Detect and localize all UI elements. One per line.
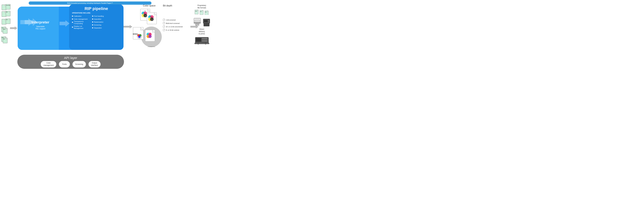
api-pill-output-interface: Outputinterface [88, 61, 100, 67]
output-section: Proprietaryfile formats JPEG TIFF PDF [190, 4, 214, 45]
press-icon [194, 36, 209, 45]
svg-point-120 [208, 20, 209, 21]
press-icon-container [190, 36, 214, 45]
svg-point-76 [144, 14, 147, 17]
bitdepth-item-3: 10- or 12-bit unscreened [163, 25, 194, 28]
svg-rect-113 [195, 20, 200, 22]
bitdepth-item-4: 8- or 16-bit contone [163, 29, 194, 31]
pdf-doc-front: PDF [6, 11, 11, 17]
color-space-title: Color space [132, 4, 166, 7]
svg-text:Separation: Separation [94, 27, 102, 29]
svg-marker-27 [10, 26, 17, 30]
colorspace-svg: (CMYKOV) MONO W [132, 8, 166, 47]
svg-rect-124 [202, 38, 208, 39]
svg-text:TIFF: TIFF [200, 11, 202, 12]
bit-depth-items: 1-bit screened Multi-level screened 10- … [163, 19, 194, 31]
rip-main-area: RIP pipeline Interpreter Selectable PDL … [18, 4, 124, 52]
svg-rect-31 [59, 6, 66, 50]
svg-text:Imposition: Imposition [94, 18, 101, 20]
api-pill-color-management: Colormanagement [41, 61, 56, 67]
svg-text:Rasterization: Rasterization [94, 21, 103, 23]
api-layer-pills: Colormanagement Fonts Screening Outputin… [41, 61, 100, 67]
bit-depth-section: Bit depth 1-bit screened Multi-level scr… [163, 4, 194, 31]
svg-text:PostScript: PostScript [6, 5, 10, 6]
direct-delivery-label: Directdeliveryto press [190, 28, 214, 35]
file-postscript: PostScript [1, 4, 11, 10]
doc-icon-4 [163, 29, 165, 31]
xps-doc-front: XPS [6, 18, 11, 25]
printer-icon-1 [193, 17, 201, 27]
input-to-interpreter-arrow [10, 26, 17, 30]
tiff-jpeg-docs: TIFF JPEG [1, 27, 8, 35]
svg-text:Font handling: Font handling [94, 15, 104, 17]
svg-point-55 [92, 21, 93, 23]
svg-text:PDF: PDF [205, 11, 206, 12]
svg-rect-125 [202, 40, 208, 42]
svg-text:XPS: XPS [6, 19, 8, 20]
bit-depth-title: Bit depth [163, 4, 194, 7]
printer-icons [190, 17, 214, 27]
svg-point-45 [72, 22, 73, 23]
svg-text:Screening: Screening [94, 24, 101, 26]
svg-point-57 [92, 24, 93, 25]
file-xps: XPS [1, 18, 11, 25]
banner-text: Multi-threaded processing, including Har… [67, 2, 113, 4]
api-layer-title: API layer [64, 56, 77, 60]
rip-background-svg: RIP pipeline Interpreter Selectable PDL … [18, 4, 124, 52]
svg-text:Transparency: Transparency [74, 20, 84, 22]
svg-point-41 [72, 15, 73, 17]
rip-to-colorspace-arrow [124, 25, 132, 29]
proprietary-label: Proprietaryfile formats [190, 4, 214, 9]
svg-point-51 [92, 15, 93, 17]
svg-text:Color management: Color management [74, 18, 88, 20]
file-format-icons: JPEG TIFF PDF [190, 10, 214, 15]
svg-text:PDF: PDF [6, 11, 8, 12]
svg-point-53 [92, 18, 93, 20]
tiff-output-icon: TIFF [200, 10, 204, 15]
svg-text:JPEG: JPEG [195, 11, 197, 11]
doc-icon-3 [163, 25, 165, 28]
input-files: PostScript PDF XPS [1, 4, 11, 45]
svg-point-48 [72, 26, 73, 28]
svg-text:PNG: PNG [3, 39, 5, 39]
svg-text:JPEG: JPEG [3, 29, 6, 30]
file-bmp-png: BMP PNG [1, 36, 11, 45]
file-tiff-jpeg: TIFF JPEG [1, 27, 11, 35]
file-pdf: PDF [1, 11, 11, 17]
doc-icon-2 [163, 22, 165, 24]
svg-point-43 [72, 18, 73, 20]
doc-icon-1 [163, 19, 165, 21]
svg-rect-119 [204, 23, 209, 26]
svg-text:(CMYKOV): (CMYKOV) [148, 46, 155, 47]
bmp-png-docs: BMP PNG [1, 36, 8, 45]
svg-text:RIP pipeline: RIP pipeline [84, 6, 108, 11]
svg-text:C M: C M [149, 15, 151, 16]
svg-marker-61 [124, 25, 132, 28]
svg-text:Y K: Y K [149, 20, 151, 21]
svg-text:Management: Management [74, 27, 83, 29]
svg-rect-114 [196, 23, 199, 25]
svg-text:Interpreter: Interpreter [32, 20, 49, 24]
svg-text:W: W [144, 10, 146, 12]
top-banner: Multi-threaded processing, including Har… [29, 1, 152, 5]
color-space-docs: (CMYKOV) MONO W [132, 8, 166, 46]
arrow-svg-2 [124, 25, 132, 29]
svg-rect-128 [194, 43, 209, 44]
svg-text:MONO: MONO [133, 33, 138, 35]
svg-rect-115 [194, 22, 200, 23]
svg-point-121 [208, 22, 209, 23]
svg-text:PDL support: PDL support [36, 28, 46, 30]
arrow-svg [10, 26, 17, 30]
svg-text:Display List: Display List [74, 25, 82, 27]
jpeg-output-icon: JPEG [195, 10, 199, 15]
svg-text:C M: C M [148, 33, 150, 34]
printer-icon-2 [202, 17, 210, 27]
api-pill-fonts: Fonts [59, 61, 70, 67]
bitdepth-item-2: Multi-level screened [163, 22, 194, 24]
svg-text:Calibration: Calibration [74, 15, 82, 17]
svg-text:Selectable: Selectable [36, 25, 44, 28]
svg-text:Compositing: Compositing [74, 23, 83, 24]
svg-text:OPERATIONS INCLUDE:: OPERATIONS INCLUDE: [72, 12, 91, 14]
pdf-output-icon: PDF [205, 10, 209, 15]
svg-point-59 [92, 27, 93, 28]
